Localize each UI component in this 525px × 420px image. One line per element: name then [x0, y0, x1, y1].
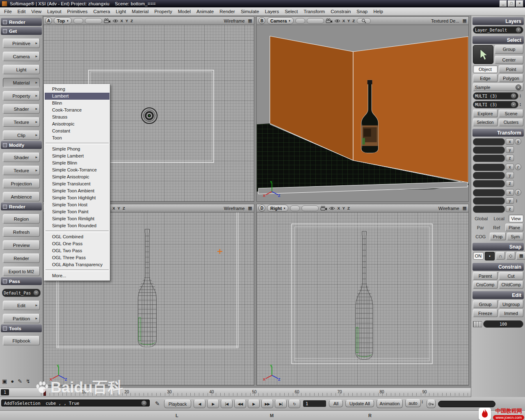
menu-snap[interactable]: Snap — [356, 9, 368, 14]
menu-item-simple-phong[interactable]: Simple Phong — [45, 146, 110, 153]
select-header[interactable]: Select — [472, 36, 524, 44]
axis-y-button[interactable]: Y — [347, 18, 350, 23]
viewport-a-name-dropdown[interactable]: Top▾ — [54, 17, 72, 24]
spinner-arrows-icon[interactable]: ▴▾ — [515, 197, 518, 205]
viewport-b-canvas[interactable]: Y X Z — [257, 25, 468, 201]
minimize-button[interactable]: _ — [500, 0, 507, 7]
pass-selector[interactable]: Default_Pas ▾ — [2, 289, 41, 297]
menu-item-simple-toon-ambient[interactable]: Simple Toon Ambient — [45, 187, 110, 194]
menu-help[interactable]: Help — [373, 9, 383, 14]
edit-group-button[interactable]: Group — [473, 300, 498, 308]
sample-dropdown[interactable]: Sample▾ — [473, 83, 523, 91]
view-mode-button[interactable]: View — [509, 215, 523, 222]
viewport-d-letter-button[interactable]: D — [258, 205, 265, 212]
snap-point-icon[interactable]: • — [485, 252, 495, 260]
axis-z-button[interactable]: Z — [122, 206, 126, 210]
tools-flipbook-button[interactable]: Flipbook — [3, 336, 40, 345]
layout-grid-icon[interactable]: ▦ — [248, 18, 252, 23]
translate-mode-button[interactable]: t — [515, 189, 521, 196]
go-to-end-button[interactable]: ▶| — [275, 399, 287, 408]
menu-light[interactable]: Light — [116, 9, 126, 14]
get-property-button[interactable]: Property► — [3, 91, 40, 100]
edge-mode-button[interactable]: Edge — [473, 74, 498, 82]
selection-button[interactable]: Selection — [473, 119, 498, 126]
modify-shader-button[interactable]: Shader► — [3, 153, 40, 162]
eye-icon[interactable] — [329, 206, 335, 210]
script-pencil-icon[interactable]: ✎ — [155, 400, 160, 407]
menu-camera[interactable]: Camera — [93, 9, 110, 14]
menu-item-strauss[interactable]: Strauss — [45, 114, 110, 121]
eye-icon[interactable] — [112, 19, 119, 23]
menu-item-simple-lambert[interactable]: Simple Lambert — [45, 153, 110, 160]
menu-item-simple-cook-torrance[interactable]: Simple Cook-Torrance — [45, 167, 110, 173]
select-tool-button[interactable] — [473, 45, 493, 64]
object-mode-button[interactable]: Object — [473, 65, 498, 73]
menu-item-blinn[interactable]: Blinn — [45, 100, 110, 107]
timeline-start-field[interactable]: 1 — [1, 389, 9, 395]
menu-item-simple-toon-highlight[interactable]: Simple Toon Highlight — [45, 194, 110, 201]
edit-header[interactable]: Edit — [472, 291, 524, 299]
get-material-button[interactable]: Material► — [3, 78, 40, 87]
menu-animate[interactable]: Animate — [196, 9, 214, 14]
translate-y-field[interactable] — [473, 197, 505, 205]
camera-icon[interactable] — [104, 18, 111, 23]
viewport-d-display-mode[interactable]: Wireframe — [438, 206, 459, 211]
play-forward-button[interactable]: ▶ — [248, 399, 260, 408]
menu-item-simple-translucent[interactable]: Simple Translucent — [45, 180, 110, 187]
viewport-d-canvas[interactable]: Y X Z — [257, 212, 468, 385]
all-button[interactable]: All — [329, 400, 343, 407]
pass-partition-button[interactable]: Partition► — [3, 314, 40, 323]
current-frame-field[interactable]: 1 — [303, 400, 326, 407]
menu-layers[interactable]: Layers — [265, 9, 279, 14]
zap-tool-icon[interactable]: ↯ — [26, 378, 30, 384]
render-preview-button[interactable]: Preview — [3, 240, 40, 250]
step-back-button[interactable]: ◀ — [194, 399, 205, 408]
layers-header[interactable]: Layers — [472, 17, 524, 25]
render-export-mi2-button[interactable]: Export to MI2 — [3, 267, 40, 276]
menu-item-phong[interactable]: Phong — [45, 86, 110, 93]
render-region-button[interactable]: Region — [3, 214, 40, 224]
key-icon[interactable] — [427, 399, 436, 408]
translate-z-axis-button[interactable]: z — [506, 205, 514, 212]
explore-button[interactable]: Explore — [473, 110, 498, 117]
modify-texture-button[interactable]: Texture► — [3, 166, 40, 175]
go-to-start-button[interactable]: |◀ — [221, 399, 233, 408]
snap-on-button[interactable]: ON — [473, 252, 484, 260]
axis-x-button[interactable]: X — [342, 18, 345, 23]
menu-item-ogl-alpha-transparency[interactable]: OGL Alpha Transparency — [45, 261, 110, 268]
step-forward-button[interactable]: ▶ — [207, 399, 219, 408]
scale-x-field[interactable] — [473, 138, 505, 146]
command-status-field[interactable]: AddToSelection cube , , True ▾ — [1, 399, 150, 406]
rotate-y-axis-button[interactable]: y — [506, 172, 514, 178]
layer-selector[interactable]: Layer_Default▾ — [473, 26, 523, 34]
axis-x-button[interactable]: X — [112, 206, 115, 210]
magnifier-icon[interactable] — [357, 18, 371, 24]
viewport-d-toggle-pill[interactable] — [301, 205, 319, 211]
modify-ambience-button[interactable]: Ambience — [3, 192, 40, 201]
camera-icon[interactable] — [326, 18, 333, 23]
viewport-a-display-mode[interactable]: Wireframe — [224, 18, 245, 23]
rotate-x-field[interactable] — [473, 164, 505, 171]
sym-button[interactable]: Sym — [507, 233, 523, 240]
edit-ungroup-button[interactable]: Ungroup — [499, 300, 523, 308]
get-texture-button[interactable]: Texture► — [3, 117, 40, 127]
render-render-button[interactable]: Render — [3, 253, 40, 263]
constrain-parent-button[interactable]: Parent — [473, 272, 498, 280]
menu-item-simple-toon-rimlight[interactable]: Simple Toon Rimlight — [45, 215, 110, 222]
constrain-cut-button[interactable]: Cut — [499, 272, 523, 280]
rotate-z-axis-button[interactable]: z — [506, 180, 514, 187]
viewport-a-toggle-pill[interactable] — [73, 18, 83, 24]
end-frame-field[interactable]: 100 — [483, 320, 523, 328]
menu-item-simple-toon-host[interactable]: Simple Toon Host — [45, 201, 110, 208]
immed-button[interactable]: Immed — [499, 309, 523, 317]
menu-item-simple-toon-paint[interactable]: Simple Toon Paint — [45, 208, 110, 215]
menu-constrain[interactable]: Constrain — [331, 9, 351, 14]
translate-x-axis-button[interactable]: x — [506, 189, 514, 196]
menu-simulate[interactable]: Simulate — [241, 9, 259, 14]
rotate-x-axis-button[interactable]: x — [506, 164, 514, 170]
snap-curve-icon[interactable]: ∩ — [496, 252, 505, 260]
scale-x-axis-button[interactable]: x — [506, 138, 514, 145]
prop-button[interactable]: Prop — [490, 233, 506, 240]
menu-model[interactable]: Model — [178, 9, 191, 14]
constrain-header[interactable]: Constrain — [472, 263, 524, 271]
